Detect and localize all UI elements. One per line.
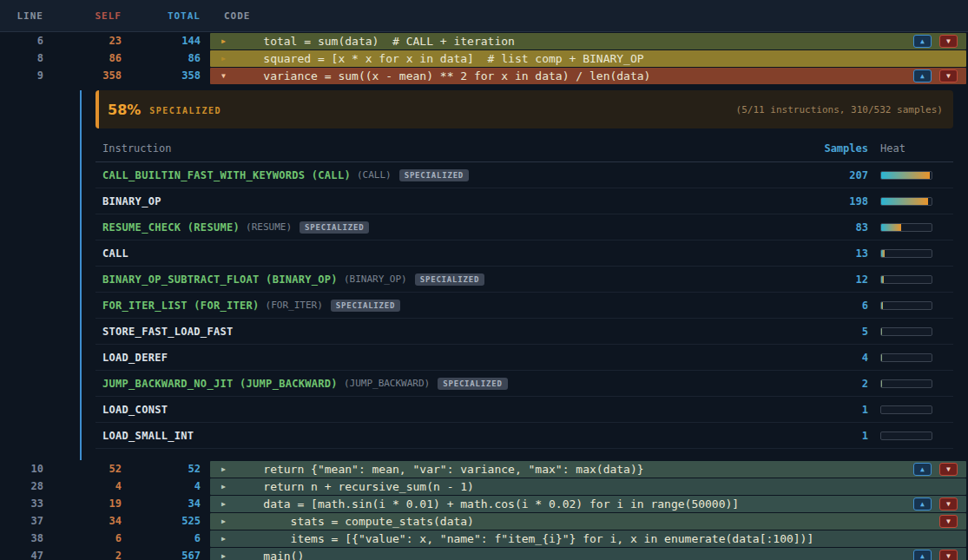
up-nav-button[interactable]: ▲ <box>913 463 932 476</box>
code-line-row[interactable]: 623144▶ total = sum(data) # CALL + itera… <box>0 32 968 49</box>
down-nav-button[interactable]: ▼ <box>939 69 958 82</box>
code-heat-band[interactable]: ▶ data = [math.sin(i * 0.01) + math.cos(… <box>210 496 966 512</box>
code-line-row[interactable]: 3734525▶ stats = compute_stats(data)▼ <box>0 512 968 530</box>
heat-cell <box>868 301 953 310</box>
col-header-line[interactable]: LINE <box>0 10 52 22</box>
specialized-badge: SPECIALIZED <box>331 300 400 312</box>
line-number: 28 <box>0 480 52 492</box>
code-line-row[interactable]: 88686▶ squared = [x * x for x in data] #… <box>0 49 968 67</box>
code-heat-band[interactable]: ▶ total = sum(data) # CALL + iteration▲▼ <box>210 33 966 49</box>
instruction-samples: 1 <box>799 430 868 442</box>
instruction-name-cell: BINARY_OP <box>95 195 799 208</box>
heat-cell <box>868 327 953 336</box>
instruction-name: LOAD_DEREF <box>102 352 168 364</box>
self-samples: 6 <box>52 532 122 544</box>
up-nav-button[interactable]: ▲ <box>913 69 932 82</box>
instruction-name-cell: JUMP_BACKWARD_NO_JIT (JUMP_BACKWARD)(JUM… <box>95 378 799 390</box>
heat-bar-fill <box>881 276 884 283</box>
instruction-samples: 207 <box>799 169 868 181</box>
expand-arrow-icon[interactable]: ▶ <box>210 465 236 473</box>
instruction-row: FOR_ITER_LIST (FOR_ITER)(FOR_ITER)SPECIA… <box>95 293 953 319</box>
heat-bar-fill <box>881 172 930 179</box>
expand-arrow-icon[interactable]: ▶ <box>210 517 236 525</box>
row-nav-buttons: ▲▼ <box>913 35 966 48</box>
code-heat-band[interactable]: ▶ return {"mean": mean, "var": variance,… <box>210 461 966 478</box>
self-samples: 23 <box>52 35 122 47</box>
code-text: stats = compute_stats(data) <box>236 513 474 530</box>
specialized-badge: SPECIALIZED <box>415 273 484 286</box>
instruction-row: RESUME_CHECK (RESUME)(RESUME)SPECIALIZED… <box>95 214 953 240</box>
code-line-row[interactable]: 331934▶ data = [math.sin(i * 0.01) + mat… <box>0 495 968 512</box>
col-header-code[interactable]: CODE <box>201 10 251 22</box>
heat-cell <box>868 379 953 388</box>
line-number: 10 <box>0 463 52 475</box>
expand-arrow-icon[interactable]: ▶ <box>210 500 236 508</box>
down-nav-button[interactable]: ▼ <box>939 35 958 48</box>
instruction-base-family: (CALL) <box>357 169 392 181</box>
instruction-name-cell: LOAD_SMALL_INT <box>95 430 799 442</box>
profiler-app: LINE SELF TOTAL CODE 623144▶ total = sum… <box>0 0 968 560</box>
expand-arrow-icon[interactable]: ▶ <box>210 535 236 543</box>
code-line-row[interactable]: 3866▶ items = [{"value": x, "name": f"it… <box>0 530 968 547</box>
code-text: total = sum(data) # CALL + iteration <box>236 33 515 49</box>
instruction-name-cell: LOAD_DEREF <box>95 352 799 364</box>
total-samples: 567 <box>122 550 201 560</box>
heat-bar <box>880 197 932 206</box>
code-text: squared = [x * x for x in data] # list c… <box>236 50 644 67</box>
self-samples: 86 <box>52 52 122 64</box>
code-line-row[interactable]: 105252▶ return {"mean": mean, "var": var… <box>0 460 968 478</box>
code-text: return n + recursive_sum(n - 1) <box>236 478 474 495</box>
heat-bar-fill <box>881 250 885 257</box>
col-header-self[interactable]: SELF <box>52 10 122 22</box>
down-nav-button[interactable]: ▼ <box>939 463 958 476</box>
instruction-row: LOAD_CONST1 <box>95 397 953 423</box>
up-nav-button[interactable]: ▲ <box>913 35 932 48</box>
down-nav-button[interactable]: ▼ <box>939 515 958 528</box>
code-line-row[interactable]: 472567▶ main()▲▼ <box>0 547 968 560</box>
col-header-instruction[interactable]: Instruction <box>95 142 799 155</box>
code-rows-top: 623144▶ total = sum(data) # CALL + itera… <box>0 32 968 84</box>
total-samples: 86 <box>122 52 201 64</box>
code-heat-band[interactable]: ▼ variance = sum((x - mean) ** 2 for x i… <box>210 68 966 84</box>
instruction-name: CALL_BUILTIN_FAST_WITH_KEYWORDS (CALL) <box>102 169 351 181</box>
code-heat-band[interactable]: ▶ stats = compute_stats(data)▼ <box>210 513 966 530</box>
code-heat-band[interactable]: ▶ items = [{"value": x, "name": f"item_{… <box>210 530 966 547</box>
total-samples: 52 <box>122 463 201 475</box>
sample-counts-meta: (5/11 instructions, 310/532 samples) <box>736 104 943 115</box>
heat-bar <box>880 301 932 310</box>
instruction-samples: 83 <box>799 221 868 234</box>
down-nav-button[interactable]: ▼ <box>939 497 958 511</box>
up-nav-button[interactable]: ▲ <box>913 550 932 560</box>
instruction-samples: 5 <box>799 326 868 338</box>
expand-arrow-icon[interactable]: ▶ <box>210 55 236 63</box>
up-nav-button[interactable]: ▲ <box>913 497 932 511</box>
instruction-row: CALL_BUILTIN_FAST_WITH_KEYWORDS (CALL)(C… <box>95 162 953 188</box>
col-header-total[interactable]: TOTAL <box>122 10 201 22</box>
expand-arrow-icon[interactable]: ▶ <box>210 552 236 560</box>
col-header-samples[interactable]: Samples <box>799 142 868 155</box>
col-header-heat[interactable]: Heat <box>868 142 953 155</box>
heat-bar <box>880 353 932 362</box>
row-nav-buttons: ▼ <box>939 515 966 528</box>
expand-arrow-icon[interactable]: ▶ <box>210 37 236 45</box>
heat-bar <box>880 405 932 414</box>
code-heat-band[interactable]: ▶ main()▲▼ <box>210 548 966 560</box>
heat-bar <box>880 249 932 258</box>
code-line-row[interactable]: 9358358▼ variance = sum((x - mean) ** 2 … <box>0 67 968 84</box>
expand-indicator-line <box>80 90 82 460</box>
code-line-row[interactable]: 2844▶ return n + recursive_sum(n - 1) <box>0 478 968 495</box>
code-heat-band[interactable]: ▶ return n + recursive_sum(n - 1) <box>210 478 966 495</box>
total-samples: 4 <box>122 480 201 492</box>
down-nav-button[interactable]: ▼ <box>939 550 958 560</box>
heat-cell <box>868 405 953 414</box>
instruction-name: RESUME_CHECK (RESUME) <box>102 221 240 234</box>
collapse-arrow-icon[interactable]: ▼ <box>210 72 236 80</box>
instruction-name: STORE_FAST_LOAD_FAST <box>102 326 234 338</box>
instruction-name-cell: STORE_FAST_LOAD_FAST <box>95 326 799 338</box>
heat-bar <box>880 432 932 440</box>
expand-arrow-icon[interactable]: ▶ <box>210 483 236 491</box>
instruction-rows: CALL_BUILTIN_FAST_WITH_KEYWORDS (CALL)(C… <box>95 162 953 449</box>
code-heat-band[interactable]: ▶ squared = [x * x for x in data] # list… <box>210 50 966 67</box>
instruction-name: FOR_ITER_LIST (FOR_ITER) <box>102 300 260 312</box>
instruction-samples: 13 <box>799 247 868 260</box>
